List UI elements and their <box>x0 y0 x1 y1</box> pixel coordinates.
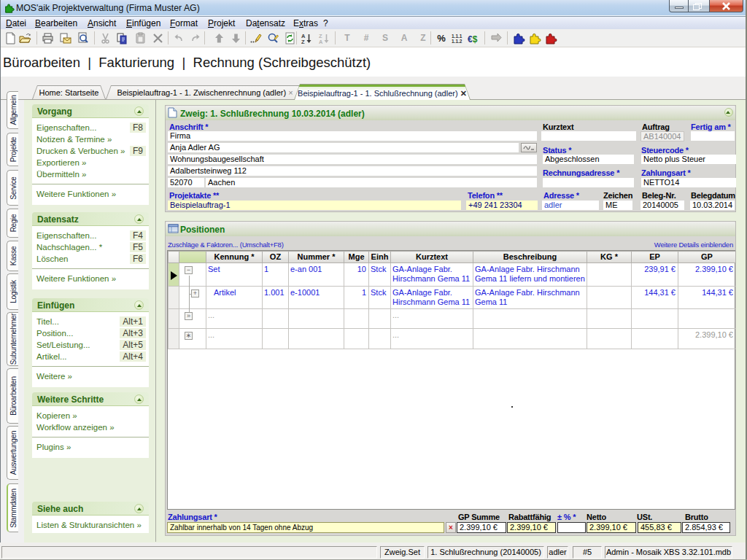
svg-text:A: A <box>319 39 323 44</box>
svg-text:Z: Z <box>301 39 305 44</box>
